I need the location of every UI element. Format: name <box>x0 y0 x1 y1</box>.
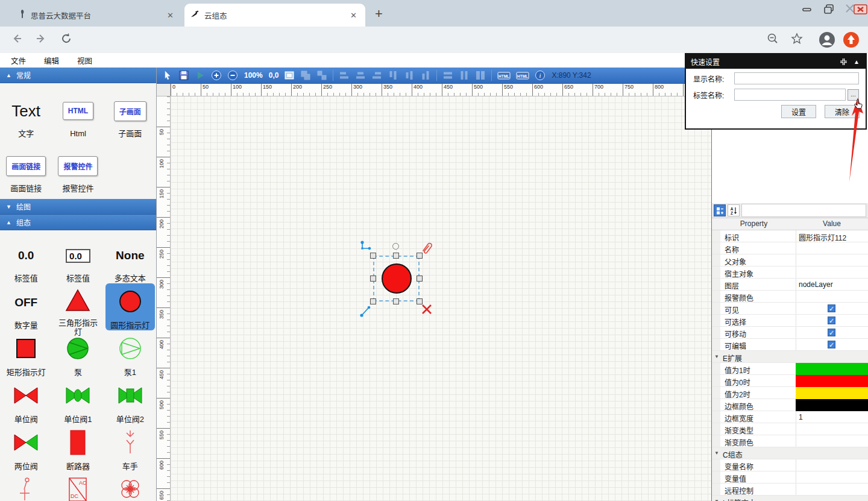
palette-item-单位阀2[interactable]: 单位阀2 <box>105 377 155 424</box>
property-value[interactable]: nodeLayer <box>799 280 866 289</box>
pt-icon <box>117 476 143 501</box>
color-swatch[interactable] <box>796 375 868 387</box>
window-minimize-button[interactable] <box>800 4 814 17</box>
quick-settings-header[interactable]: 快速设置 ▲ <box>686 54 866 69</box>
sample-button: HTML <box>63 102 93 120</box>
line-tool-icon[interactable] <box>359 304 373 320</box>
palette-item-单位阀1[interactable]: 单位阀1 <box>53 377 102 424</box>
h-ruler-tick: 250 <box>321 84 332 96</box>
sort-az-button[interactable]: AZ <box>728 204 740 216</box>
resize-handle[interactable] <box>370 298 376 304</box>
profile-avatar-icon[interactable] <box>819 31 835 51</box>
display-name-input[interactable] <box>734 72 859 84</box>
selected-circle-indicator-shape[interactable] <box>382 263 412 294</box>
palette-item-逆变器[interactable]: ACDC逆变器 <box>53 471 102 501</box>
palette-group-header-常规[interactable]: ▲常规 <box>0 68 156 83</box>
palette-item-Html[interactable]: HTMLHtml <box>53 92 102 138</box>
palette-group-header-绘图[interactable]: ▼绘图 <box>0 199 156 215</box>
menu-item-视图[interactable]: 视图 <box>77 55 92 66</box>
delete-x-icon[interactable] <box>421 303 433 318</box>
toolbar-canvas-grid-icon[interactable] <box>284 70 295 81</box>
palette-item-子画面[interactable]: 子画面子画面 <box>105 92 155 138</box>
palette-item-圆形指示灯[interactable]: 圆形指示灯 <box>105 283 155 330</box>
palette-item-多态文本[interactable]: None多态文本 <box>105 236 155 283</box>
checkbox-checked[interactable]: ✓ <box>828 304 835 312</box>
triangle-down-icon: ▼ <box>714 354 719 359</box>
checkbox-checked[interactable]: ✓ <box>828 329 835 336</box>
toolbar-coords: X:890 Y:342 <box>552 71 591 80</box>
dock-collapse-icon[interactable] <box>840 58 848 66</box>
browser-tab-scada[interactable]: 云组态 ✕ <box>184 4 365 27</box>
toolbar-zoom-in-icon[interactable] <box>211 70 222 81</box>
reload-icon[interactable] <box>60 33 72 48</box>
palette-item-两位阀[interactable]: 两位阀 <box>1 424 51 471</box>
resize-handle[interactable] <box>393 253 399 259</box>
resize-handle[interactable] <box>393 298 399 304</box>
palette-item-文字[interactable]: Text文字 <box>1 92 51 138</box>
palette-item-泵[interactable]: 泵 <box>53 330 102 377</box>
browser-brand-icon[interactable] <box>843 31 860 51</box>
resize-handle[interactable] <box>370 276 376 282</box>
palette-item-矩形指示灯[interactable]: 矩形指示灯 <box>1 330 51 377</box>
toolbar-info-icon[interactable]: i <box>535 70 546 81</box>
forward-icon[interactable] <box>35 33 47 48</box>
rotate-handle[interactable] <box>392 243 399 250</box>
checkbox-checked[interactable]: ✓ <box>828 317 835 324</box>
toolbar-save-icon[interactable] <box>178 70 189 81</box>
menu-item-文件[interactable]: 文件 <box>11 55 26 66</box>
apply-button[interactable]: 设置 <box>781 105 816 118</box>
connector-tool-icon[interactable] <box>359 240 373 256</box>
palette-item-车手[interactable]: 车手 <box>105 424 155 471</box>
toolbar-html-export-icon[interactable]: HTML <box>497 70 511 81</box>
toolbar-cursor-icon[interactable] <box>162 70 173 81</box>
resize-handle[interactable] <box>417 276 423 282</box>
toolbar-zoom-out-icon[interactable] <box>227 70 238 81</box>
color-swatch[interactable] <box>796 387 868 399</box>
palette-item-报警控件[interactable]: 报警控件报警控件 <box>53 147 102 193</box>
palette-item-泵1[interactable]: 泵1 <box>105 330 155 377</box>
toolbar-align-top-icon <box>388 70 398 81</box>
palette-item-单位阀[interactable]: 单位阀 <box>1 377 51 424</box>
property-row-E扩展[interactable]: ▼E扩展 <box>712 351 868 363</box>
palette-item-标签值[interactable]: 0.0标签值 <box>53 236 102 283</box>
zoom-out-page-icon[interactable] <box>767 33 779 48</box>
property-value[interactable]: 1 <box>799 413 866 421</box>
tab-close-icon[interactable]: ✕ <box>348 10 359 21</box>
tag-name-input[interactable] <box>734 89 846 101</box>
property-value[interactable]: 圆形指示灯112 <box>799 232 866 242</box>
back-icon[interactable] <box>11 33 23 48</box>
palette-item-标签值[interactable]: 0.0标签值 <box>1 236 51 283</box>
window-restore-button[interactable] <box>822 4 835 17</box>
clear-button[interactable]: 清除 <box>825 105 860 118</box>
tab-close-icon[interactable]: ✕ <box>165 10 176 21</box>
tag-browse-button[interactable]: ... <box>848 89 859 101</box>
attach-paperclip-icon[interactable] <box>421 241 434 258</box>
menu-item-编辑[interactable]: 编辑 <box>44 55 59 66</box>
valve-red-icon <box>13 382 39 411</box>
design-canvas[interactable] <box>171 96 711 501</box>
tab-favicon-platform-icon <box>18 10 26 20</box>
palette-item-PT[interactable]: PT <box>105 471 155 501</box>
bookmark-star-icon[interactable] <box>791 33 803 48</box>
browser-tab-platform[interactable]: 思普云大数据平台 ✕ <box>12 4 182 27</box>
checkbox-checked[interactable]: ✓ <box>828 341 835 348</box>
palette-group-header-组态[interactable]: ▲组态 <box>0 215 156 230</box>
property-row-L标签文本[interactable]: ▼L标签文本 <box>712 496 868 501</box>
property-panel: AZ Property Value 标识圆形指示灯112名称父对象宿主对象图层n… <box>712 68 868 501</box>
property-row-C组态[interactable]: ▼C组态 <box>712 447 868 459</box>
palette-item-刀闸[interactable]: 刀闸 <box>1 471 51 501</box>
palette-item-断路器[interactable]: 断路器 <box>53 424 102 471</box>
categorize-view-button[interactable] <box>714 204 726 216</box>
h-ruler-tick: 550 <box>502 84 513 96</box>
toolbar-html-preview-icon[interactable]: HTML <box>516 70 529 81</box>
collapse-panel-icon[interactable]: ▲ <box>854 58 860 65</box>
new-tab-button[interactable]: + <box>375 6 383 22</box>
palette-item-三角形指示灯[interactable]: 三角形指示灯 <box>53 283 102 330</box>
palette-item-画面链接[interactable]: 画面链接画面链接 <box>1 147 51 193</box>
color-swatch[interactable] <box>796 399 868 411</box>
palette-item-数字量[interactable]: OFF数字量 <box>1 283 51 330</box>
svg-text:A: A <box>731 206 734 210</box>
color-swatch[interactable] <box>796 363 868 375</box>
column-header-property: Property <box>712 219 796 228</box>
window-close-button[interactable] <box>844 2 868 18</box>
